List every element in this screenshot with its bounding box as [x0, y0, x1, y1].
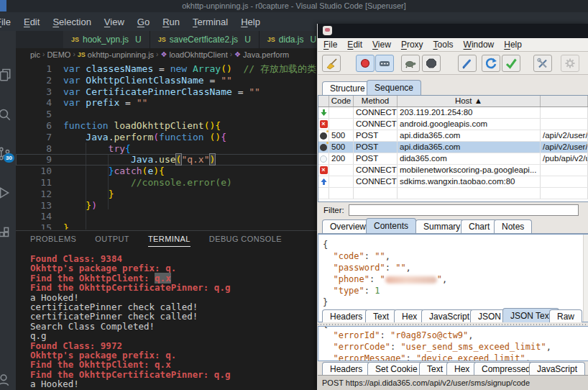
- table-row[interactable]: 200POSTdida365.com/pub/api/v2/u: [318, 153, 588, 165]
- extensions-icon[interactable]: [0, 224, 12, 241]
- tab-hex[interactable]: Hex: [394, 309, 425, 323]
- code-cell: 500: [329, 130, 354, 141]
- tab-notes[interactable]: Notes: [494, 219, 532, 233]
- json-line: "type": 1: [323, 285, 380, 296]
- vscode-titlebar[interactable]: okhttp-unpinning.js - r0capture - Visual…: [0, 0, 588, 12]
- tab-raw[interactable]: Raw: [549, 309, 582, 323]
- code-text: //console.error(e): [63, 177, 232, 189]
- files-icon[interactable]: [0, 65, 12, 83]
- menu-item-help[interactable]: Help: [234, 17, 267, 27]
- tab-contents[interactable]: Contents: [366, 218, 416, 233]
- breadcrumb-separator: ›: [156, 50, 158, 58]
- toolbar-validate-check-icon[interactable]: [502, 55, 520, 72]
- menu-item-view[interactable]: View: [98, 17, 131, 27]
- charles-menu-item-edit[interactable]: Edit: [342, 40, 367, 50]
- toolbar-throttle-icon[interactable]: [375, 55, 394, 72]
- toolbar-clear-broom-icon[interactable]: [322, 55, 341, 72]
- charles-menu-item-tools[interactable]: Tools: [428, 40, 459, 50]
- tab-javascript[interactable]: JavaScript: [421, 309, 477, 323]
- column-header-Method[interactable]: Method: [354, 96, 398, 106]
- column-header-Code[interactable]: Code: [329, 96, 354, 106]
- table-row[interactable]: ×CONNECTmobilenetworkscoring-pa.googleap…: [318, 165, 588, 176]
- panel-tab-output[interactable]: OUTPUT: [95, 235, 129, 247]
- code-cell: [329, 165, 354, 176]
- activity-bar: 301: [0, 31, 16, 390]
- toolbar-record-icon[interactable]: [356, 55, 375, 72]
- toolbar-settings-gear-icon[interactable]: [561, 55, 579, 72]
- terminal-line: Find the OkhttpCertificatePinner: q.g: [30, 283, 230, 292]
- breadcrumb-item-DEMO[interactable]: DEMO: [47, 50, 70, 59]
- terminal-line: Okhttp's package prefix: q.: [30, 263, 176, 273]
- toolbar-compose-pencil-icon[interactable]: [458, 55, 477, 72]
- column-header-Host[interactable]: Host ▲: [398, 96, 541, 106]
- code-cell: 200: [329, 153, 354, 164]
- charles-menu-item-file[interactable]: File: [318, 40, 342, 50]
- toolbar-breakpoints-icon[interactable]: [422, 55, 441, 72]
- run-debug-icon[interactable]: [0, 184, 12, 201]
- host-cell: api.dida365.com: [398, 142, 541, 153]
- menu-item-file[interactable]: File: [0, 17, 17, 27]
- code-cell: [329, 176, 354, 187]
- editor-tab-dida.js[interactable]: JSdida.jsU: [259, 31, 325, 48]
- account-icon[interactable]: [0, 371, 12, 388]
- menu-item-go[interactable]: Go: [131, 17, 156, 27]
- editor-tab-saveCertficate2.js[interactable]: JSsaveCertficate2.jsU: [150, 31, 259, 48]
- tab-set-cookie[interactable]: Set Cookie: [367, 362, 426, 376]
- tab-headers[interactable]: Headers: [322, 309, 370, 323]
- tab-structure[interactable]: Structure: [322, 81, 373, 95]
- charles-menu-item-window[interactable]: Window: [459, 40, 500, 50]
- column-header-icon[interactable]: [541, 96, 588, 106]
- method-cell: POST: [354, 142, 398, 153]
- method-cell: CONNECT: [354, 165, 398, 176]
- charles-menu-item-help[interactable]: Help: [499, 40, 527, 50]
- toolbar-tools-icon[interactable]: [533, 55, 552, 72]
- breadcrumb-separator: ›: [73, 50, 75, 58]
- tab-chart[interactable]: Chart: [461, 219, 497, 233]
- table-row[interactable]: CONNECTsdkims.wangxin.taobao.com:80: [318, 176, 588, 188]
- tab-javascript[interactable]: JavaScript: [529, 362, 585, 376]
- path-cell: /api/v2/user/: [541, 130, 588, 141]
- line-number: 6: [16, 120, 52, 132]
- tab-hex[interactable]: Hex: [446, 362, 477, 376]
- table-row[interactable]: 500POSTapi.dida365.com/api/v2/user/: [318, 142, 588, 153]
- toolbar-repeat-icon[interactable]: [482, 55, 500, 72]
- toolbar-turtle-icon[interactable]: [401, 55, 420, 72]
- menu-item-edit[interactable]: Edit: [17, 17, 46, 27]
- json-line: }: [323, 296, 328, 308]
- panel-tab-problems[interactable]: PROBLEMS: [30, 235, 76, 247]
- code-text: }: [63, 189, 114, 200]
- table-row[interactable]: 500POSTapi.dida365.com/api/v2/user/: [318, 130, 588, 142]
- line-number: 5: [16, 109, 52, 120]
- line-number: 2: [16, 75, 52, 86]
- empty-row: [318, 188, 588, 199]
- filter-input[interactable]: [349, 204, 579, 216]
- breadcrumb-item-loadOkhttpClient[interactable]: loadOkhttpClient: [169, 50, 227, 59]
- tab-headers[interactable]: Headers: [322, 362, 370, 376]
- menu-item-terminal[interactable]: Terminal: [186, 17, 234, 27]
- breadcrumb-item-okhttp-unpinning.js[interactable]: okhttp-unpinning.js: [88, 50, 154, 59]
- table-row[interactable]: CONNECT203.119.201.254:80: [318, 107, 588, 119]
- menu-item-selection[interactable]: Selection: [46, 17, 97, 27]
- charles-titlebar[interactable]: [318, 24, 588, 38]
- search-icon[interactable]: [0, 105, 12, 122]
- error-red-status-icon: ×: [318, 165, 329, 176]
- breadcrumb-item-pic[interactable]: pic: [30, 50, 40, 59]
- response-json-viewer[interactable]: { "errorId": "r0ag87so@ctw9", "errorCode…: [318, 326, 588, 361]
- charles-menu-item-view[interactable]: View: [367, 40, 396, 50]
- panel-tab-terminal[interactable]: TERMINAL: [148, 235, 190, 247]
- editor-tab-hook_vpn.js[interactable]: JShook_vpn.jsU: [63, 31, 150, 48]
- charles-menubar: FileEditViewProxyToolsWindowHelp: [318, 38, 588, 52]
- panel-tab-debug-console[interactable]: DEBUG CONSOLE: [209, 235, 282, 247]
- tab-text[interactable]: Text: [365, 309, 397, 323]
- menu-item-run[interactable]: Run: [156, 17, 186, 27]
- breadcrumb-item-Java.perform[interactable]: Java.perform: [243, 50, 289, 59]
- charles-menu-item-proxy[interactable]: Proxy: [396, 40, 428, 50]
- table-header[interactable]: CodeMethodHost ▲: [318, 96, 588, 107]
- path-cell: [541, 165, 588, 176]
- bomb-status-icon: [318, 130, 329, 141]
- table-row[interactable]: ×CONNECTandroid.googleapis.com: [318, 119, 588, 130]
- tab-sequence[interactable]: Sequence: [367, 80, 421, 95]
- code-text: function loadOkhttpClient(){: [63, 120, 221, 132]
- terminal-line: Search Class Completed!: [30, 322, 155, 331]
- column-header-icon[interactable]: [318, 96, 329, 106]
